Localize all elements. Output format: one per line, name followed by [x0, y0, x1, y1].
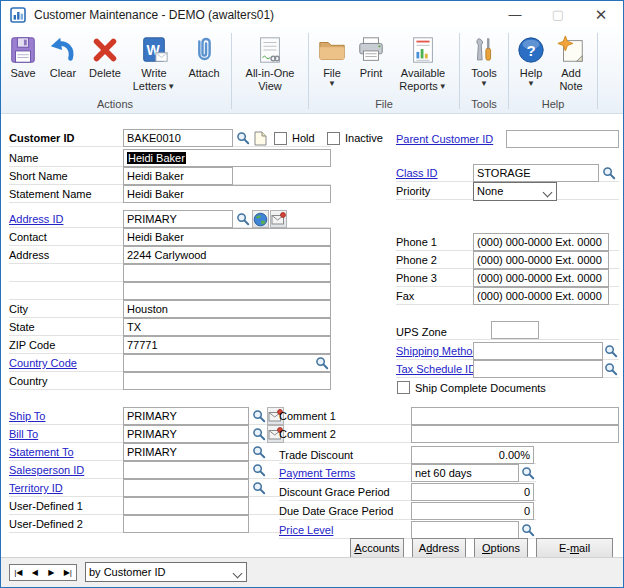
statement-name-field[interactable]: Heidi Baker [123, 185, 331, 203]
ship-complete-checkbox[interactable] [397, 381, 410, 394]
comment2-field[interactable] [411, 425, 619, 443]
price-level-field[interactable] [411, 521, 519, 539]
minimize-button[interactable]: — [495, 1, 535, 28]
discount-grace-field[interactable]: 0 [411, 483, 534, 501]
bill-to-field[interactable]: PRIMARY [123, 425, 249, 443]
country-code-field[interactable] [123, 354, 331, 372]
write-letter-button[interactable] [270, 210, 287, 228]
phone1-field[interactable]: (000) 000-0000 Ext. 0000 [473, 233, 609, 251]
address-id-lookup-button[interactable] [234, 210, 251, 228]
all-in-one-view-button[interactable]: All-in-One View [236, 32, 304, 95]
territory-id-field[interactable] [123, 479, 249, 497]
salesperson-id-link[interactable]: Salesperson ID [9, 461, 84, 479]
name-field[interactable]: Heidi Baker [123, 149, 331, 167]
bill-to-lookup-button[interactable] [250, 425, 267, 443]
customer-id-lookup-button[interactable] [234, 129, 251, 147]
short-name-field[interactable]: Heidi Baker [123, 167, 233, 185]
write-letters-button[interactable]: W Write Letters▼ [127, 32, 181, 95]
priority-select[interactable]: None [473, 182, 557, 201]
territory-id-link[interactable]: Territory ID [9, 479, 63, 497]
sort-by-select[interactable]: by Customer ID [85, 562, 247, 582]
ship-to-field[interactable]: PRIMARY [123, 407, 249, 425]
nav-last-button[interactable]: ▶| [60, 565, 77, 580]
parent-customer-id-field[interactable] [506, 130, 619, 148]
country-code-link[interactable]: Country Code [9, 354, 77, 372]
bill-to-link[interactable]: Bill To [9, 425, 38, 443]
salesperson-lookup-button[interactable] [250, 461, 267, 479]
tax-schedule-id-field[interactable] [473, 360, 603, 378]
price-level-lookup-button[interactable] [519, 521, 536, 539]
address-line3-field[interactable] [123, 282, 331, 300]
ship-to-lookup-button[interactable] [250, 407, 267, 425]
trade-discount-field[interactable]: 0.00% [411, 446, 534, 464]
address-id-link[interactable]: Address ID [9, 210, 63, 228]
discount-grace-label: Discount Grace Period [279, 483, 390, 501]
zip-code-field[interactable]: 77771 [123, 336, 331, 354]
payment-terms-link[interactable]: Payment Terms [279, 464, 355, 482]
statement-to-link[interactable]: Statement To [9, 443, 74, 461]
statement-to-field[interactable]: PRIMARY [123, 443, 249, 461]
file-button[interactable]: File▼ [313, 32, 351, 90]
clear-button[interactable]: Clear [43, 32, 83, 82]
options-button[interactable]: Options [474, 538, 528, 559]
shipping-method-link[interactable]: Shipping Method [396, 342, 479, 360]
city-field[interactable]: Houston [123, 300, 331, 318]
territory-lookup-button[interactable] [250, 479, 267, 497]
print-button[interactable]: Print [351, 32, 391, 82]
magnifier-icon [521, 523, 535, 537]
available-reports-button[interactable]: Available Reports▼ [391, 32, 455, 95]
comment1-label: Comment 1 [279, 407, 336, 425]
tax-schedule-id-link[interactable]: Tax Schedule ID [396, 360, 476, 378]
class-id-lookup-button[interactable] [600, 164, 617, 182]
fax-field[interactable]: (000) 000-0000 Ext. 0000 [473, 287, 609, 305]
toolbar-separator [231, 33, 232, 109]
delete-button[interactable]: Delete [83, 32, 127, 82]
price-level-link[interactable]: Price Level [279, 521, 333, 539]
ship-to-link[interactable]: Ship To [9, 407, 46, 425]
email-button[interactable]: E-mail [536, 538, 613, 559]
address-button[interactable]: Address [412, 538, 466, 559]
attach-label: Attach [188, 67, 219, 80]
parent-customer-id-link[interactable]: Parent Customer ID [396, 130, 493, 148]
nav-first-button[interactable]: |◀ [10, 565, 27, 580]
address-line1-field[interactable]: 2244 Carlywood [123, 246, 331, 264]
statement-to-lookup-button[interactable] [250, 443, 267, 461]
customer-id-field[interactable]: BAKE0010 [123, 129, 233, 147]
shipping-method-lookup-button[interactable] [602, 342, 619, 360]
salesperson-id-field[interactable] [123, 461, 249, 479]
country-code-lookup-button[interactable] [313, 354, 330, 372]
attach-button[interactable]: Attach [181, 32, 227, 82]
country-field[interactable] [123, 372, 331, 390]
inactive-checkbox[interactable] [327, 132, 340, 145]
close-button[interactable]: ✕ [581, 1, 621, 28]
nav-next-button[interactable]: ▶ [43, 565, 60, 580]
class-id-field[interactable]: STORAGE [473, 164, 599, 182]
user-defined-2-field[interactable] [123, 515, 249, 533]
tools-button[interactable]: Tools▼ [464, 32, 504, 90]
add-note-button[interactable]: Add Note [549, 32, 593, 95]
payment-terms-lookup-button[interactable] [519, 464, 536, 482]
magnifier-icon [602, 166, 616, 180]
hold-checkbox[interactable] [274, 132, 287, 145]
address-id-field[interactable]: PRIMARY [123, 210, 233, 228]
customer-note-button[interactable] [252, 129, 269, 147]
phone2-field[interactable]: (000) 000-0000 Ext. 0000 [473, 251, 609, 269]
map-button[interactable] [252, 210, 269, 228]
comment1-field[interactable] [411, 407, 619, 425]
ups-zone-field[interactable] [491, 321, 539, 339]
phone3-field[interactable]: (000) 000-0000 Ext. 0000 [473, 269, 609, 287]
payment-terms-field[interactable]: net 60 days [411, 464, 519, 482]
shipping-method-field[interactable] [473, 342, 603, 360]
magnifier-icon [315, 356, 329, 370]
due-date-grace-field[interactable]: 0 [411, 502, 534, 520]
help-button[interactable]: ? Help▼ [513, 32, 549, 90]
class-id-link[interactable]: Class ID [396, 164, 438, 182]
save-button[interactable]: Save [3, 32, 43, 82]
accounts-button[interactable]: Accounts [350, 538, 404, 559]
user-defined-1-field[interactable] [123, 497, 249, 515]
state-field[interactable]: TX [123, 318, 331, 336]
nav-previous-button[interactable]: ◀ [27, 565, 44, 580]
contact-field[interactable]: Heidi Baker [123, 228, 331, 246]
tax-schedule-lookup-button[interactable] [602, 360, 619, 378]
address-line2-field[interactable] [123, 264, 331, 282]
